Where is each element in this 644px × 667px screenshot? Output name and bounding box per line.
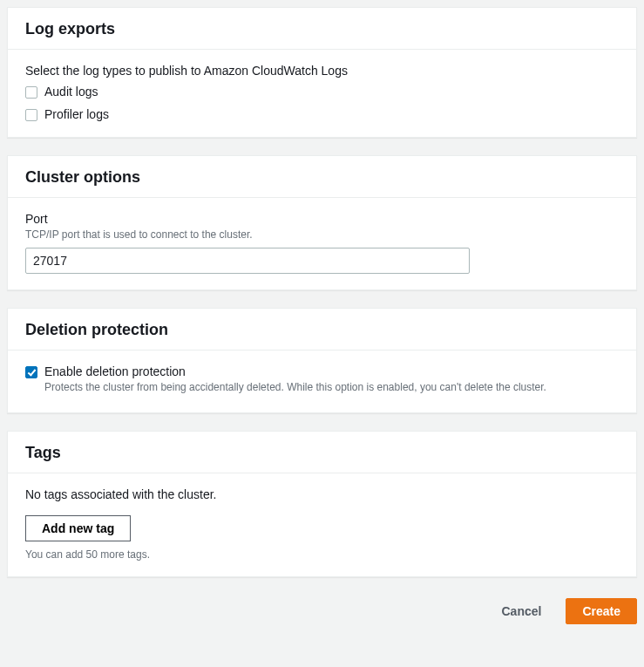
port-hint: TCP/IP port that is used to connect to t… (25, 228, 619, 242)
log-exports-body: Select the log types to publish to Amazo… (8, 50, 636, 137)
profiler-logs-checkbox[interactable] (25, 109, 37, 121)
deletion-protection-title: Deletion protection (25, 321, 619, 339)
tags-header: Tags (8, 432, 636, 473)
cluster-options-title: Cluster options (25, 168, 619, 187)
port-input[interactable] (25, 248, 470, 274)
deletion-protection-header: Deletion protection (8, 309, 636, 351)
tags-panel: Tags No tags associated with the cluster… (7, 431, 637, 577)
audit-logs-checkbox[interactable] (25, 86, 37, 99)
create-button[interactable]: Create (566, 598, 637, 624)
log-exports-header: Log exports (8, 8, 636, 50)
log-exports-description: Select the log types to publish to Amazo… (25, 64, 619, 78)
audit-logs-label: Audit logs (44, 85, 98, 99)
log-exports-title: Log exports (25, 20, 619, 38)
tags-empty-text: No tags associated with the cluster. (25, 487, 619, 501)
profiler-logs-label: Profiler logs (44, 107, 109, 121)
deletion-protection-body: Enable deletion protection Protects the … (8, 351, 636, 412)
cluster-options-body: Port TCP/IP port that is used to connect… (8, 198, 636, 289)
tags-hint: You can add 50 more tags. (25, 548, 619, 561)
enable-deletion-checkbox[interactable] (25, 366, 37, 378)
log-exports-panel: Log exports Select the log types to publ… (7, 7, 637, 138)
cluster-options-header: Cluster options (8, 156, 636, 198)
profiler-logs-row: Profiler logs (25, 107, 619, 121)
footer-actions: Cancel Create (7, 595, 637, 631)
add-new-tag-button[interactable]: Add new tag (25, 515, 131, 541)
cancel-button[interactable]: Cancel (485, 598, 557, 624)
cluster-options-panel: Cluster options Port TCP/IP port that is… (7, 155, 637, 290)
tags-body: No tags associated with the cluster. Add… (8, 473, 636, 576)
tags-title: Tags (25, 444, 619, 462)
enable-deletion-row: Enable deletion protection (25, 364, 619, 378)
enable-deletion-hint: Protects the cluster from being accident… (44, 380, 619, 395)
deletion-protection-panel: Deletion protection Enable deletion prot… (7, 308, 637, 413)
audit-logs-row: Audit logs (25, 85, 619, 99)
enable-deletion-label: Enable deletion protection (44, 364, 186, 378)
port-label: Port (25, 212, 619, 226)
